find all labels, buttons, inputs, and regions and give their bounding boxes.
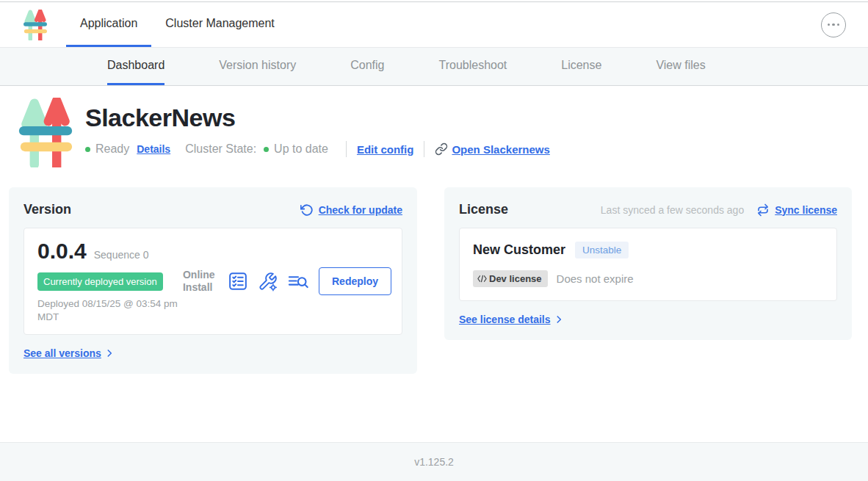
cluster-state-dot [264,147,269,152]
see-license-details-label: See license details [459,314,551,325]
open-app-link[interactable]: Open Slackernews [435,142,549,156]
cluster-state-label: Cluster State: [185,142,256,156]
code-icon [477,274,488,283]
app-logo-icon [16,98,75,167]
see-all-versions-label: See all versions [23,347,101,359]
customer-name: New Customer [473,242,565,258]
sequence-label: Sequence 0 [94,249,149,261]
license-type-label: Dev license [489,273,542,284]
topnav-tab-label: Application [80,17,137,30]
app-status-text: Ready [95,142,129,156]
view-diff-button[interactable] [287,271,309,292]
divider [424,141,424,157]
install-type-label: Online Install [183,269,218,294]
tab-label: License [561,59,601,72]
app-sub-nav: Dashboard Version history Config Trouble… [0,48,868,86]
tab-label: Config [350,59,384,72]
current-version-panel: 0.0.4 Sequence 0 Currently deployed vers… [23,228,402,335]
chevron-right-icon [104,348,115,358]
topnav-tab-cluster-management[interactable]: Cluster Management [151,2,289,47]
version-card-title: Version [23,202,71,217]
sync-icon [756,203,770,217]
tab-config[interactable]: Config [350,48,384,85]
tab-label: Version history [219,59,296,72]
ellipsis-icon [837,23,840,26]
topnav-tab-application[interactable]: Application [66,2,151,47]
dashboard-cards: Version Check for update 0.0.4 Sequence … [9,187,852,374]
ellipsis-icon [828,23,831,26]
app-title: SlackerNews [85,104,550,132]
console-footer: v1.125.2 [0,442,868,481]
tab-dashboard[interactable]: Dashboard [107,48,164,85]
tab-version-history[interactable]: Version history [219,48,296,85]
view-logs-icon [287,271,309,292]
link-icon [435,142,448,156]
brand-logo[interactable] [22,2,48,47]
last-synced-text: Last synced a few seconds ago [601,204,744,216]
more-menu-button[interactable] [821,12,846,37]
tab-license[interactable]: License [561,48,601,85]
tab-label: Troubleshoot [438,59,507,72]
version-card: Version Check for update 0.0.4 Sequence … [9,187,417,374]
license-panel: New Customer Unstable Dev license Does n… [459,228,837,301]
divider [346,141,347,157]
open-app-link-label: Open Slackernews [452,143,549,156]
sync-license-link[interactable]: Sync license [775,204,837,216]
configure-wrench-icon [258,272,278,292]
channel-badge: Unstable [575,242,629,258]
license-type-badge: Dev license [473,270,548,287]
preflight-checks-button[interactable] [228,271,248,292]
topnav-tab-label: Cluster Management [165,17,275,30]
version-actions: Online Install [183,267,391,295]
edit-config-button[interactable] [258,272,278,292]
tab-view-files[interactable]: View files [656,48,705,85]
license-card: License Last synced a few seconds ago Sy… [444,187,852,340]
edit-config-link[interactable]: Edit config [357,143,414,156]
app-status-row: Ready Details Cluster State: Up to date … [85,141,550,157]
app-status-dot [85,147,90,152]
topnav-spacer [289,2,821,47]
app-header: SlackerNews Ready Details Cluster State:… [0,86,868,182]
preflight-checks-icon [228,271,248,292]
see-all-versions-link[interactable]: See all versions [23,347,402,359]
status-details-link[interactable]: Details [137,143,170,155]
license-expiry-text: Does not expire [557,272,634,285]
currently-deployed-badge: Currently deployed version [37,272,163,291]
slackernews-logo-icon [22,10,48,40]
see-license-details-link[interactable]: See license details [459,314,837,325]
license-card-title: License [459,202,508,217]
deployed-timestamp: Deployed 08/15/25 @ 03:54 pm MDT [37,297,198,324]
tab-label: Dashboard [107,59,164,72]
chevron-right-icon [554,314,564,325]
tab-label: View files [656,59,705,72]
check-for-update-link[interactable]: Check for update [319,204,402,216]
cluster-state-value: Up to date [274,142,328,156]
console-version: v1.125.2 [414,456,454,468]
refresh-icon [300,203,314,217]
version-number: 0.0.4 [37,239,87,264]
tab-troubleshoot[interactable]: Troubleshoot [438,48,507,85]
ellipsis-icon [832,23,835,26]
top-nav: Application Cluster Management [0,2,868,48]
redeploy-button[interactable]: Redeploy [319,267,391,295]
